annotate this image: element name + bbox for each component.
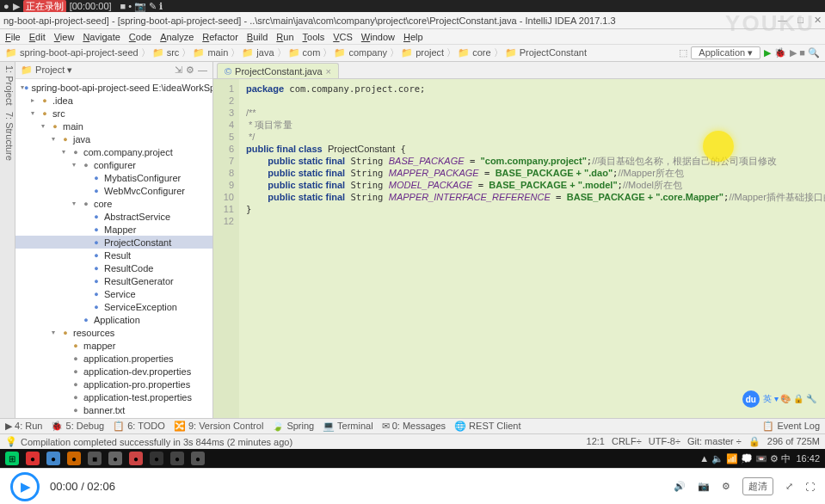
crumb[interactable]: 📁 ProjectConstant <box>505 46 589 59</box>
taskbar-app[interactable]: ● <box>67 452 81 465</box>
menu-help[interactable]: Help <box>403 32 423 42</box>
menu-window[interactable]: Window <box>361 32 395 42</box>
windows-taskbar: ⊞ ● ● ● ■ ● ● ● ● ● ▲ 🔈 📶 💭 📼 ⚙ 中 16:42 <box>0 449 825 468</box>
run-button[interactable]: ▶ <box>764 47 771 58</box>
tree-node[interactable]: ●Service <box>15 287 212 300</box>
tree-node[interactable]: ●java <box>15 132 212 145</box>
menu-build[interactable]: Build <box>247 32 268 42</box>
bottom-tool[interactable]: 🍃 Spring <box>272 421 314 432</box>
tree-node[interactable]: ●core <box>15 197 212 210</box>
baidu-icon: du <box>742 390 760 408</box>
menu-view[interactable]: View <box>54 32 75 42</box>
quality-button[interactable]: 超清 <box>742 477 773 495</box>
tree-node[interactable]: ●ResultGenerator <box>15 274 212 287</box>
menu-refactor[interactable]: Refactor <box>202 32 238 42</box>
menu-analyze[interactable]: Analyze <box>160 32 194 42</box>
expand-icon[interactable]: ⤢ <box>785 481 793 492</box>
tree-node[interactable]: ●resources <box>15 326 212 339</box>
taskbar-app[interactable]: ● <box>170 452 184 465</box>
taskbar-app[interactable]: ● <box>108 452 122 465</box>
git-branch[interactable]: Git: master ÷ <box>687 436 742 447</box>
taskbar-app[interactable]: ● <box>129 452 143 465</box>
crumb[interactable]: 📁 main <box>193 46 240 59</box>
crumb[interactable]: 📁 com <box>288 46 333 59</box>
debug-button[interactable]: 🐞 <box>774 47 786 58</box>
tree-node[interactable]: ●configurer <box>15 158 212 171</box>
menu-tools[interactable]: Tools <box>303 32 325 42</box>
menu-edit[interactable]: Edit <box>29 32 46 42</box>
bottom-tool[interactable]: 💻 Terminal <box>323 421 372 432</box>
taskbar-app[interactable]: ● <box>191 452 205 465</box>
tree-node[interactable]: ●AbstractService <box>15 210 212 223</box>
taskbar-app[interactable]: ⊞ <box>5 452 19 465</box>
project-tree[interactable]: ●spring-boot-api-project-seed E:\ideaWor… <box>15 79 212 418</box>
bottom-tool[interactable]: 📋 6: TODO <box>113 421 165 432</box>
crumb[interactable]: 📁 core <box>458 46 502 59</box>
crumb[interactable]: 📁 company <box>334 46 399 59</box>
code-editor[interactable]: 123456789101112 package com.company.proj… <box>213 79 825 418</box>
tree-node[interactable]: ●com.company.project <box>15 145 212 158</box>
tree-node[interactable]: ●Result <box>15 249 212 261</box>
tree-node[interactable]: ●mapper <box>15 339 212 352</box>
tree-node[interactable]: ●application.properties <box>15 352 212 365</box>
tree-node[interactable]: ●WebMvcConfigurer <box>15 184 212 197</box>
settings-icon[interactable]: ⚙ <box>186 65 194 76</box>
editor-tab[interactable]: © ProjectConstant.java × <box>217 63 339 78</box>
tree-node[interactable]: ●Mapper <box>15 223 212 236</box>
tree-node[interactable]: ●ProjectConstant <box>15 236 212 249</box>
tree-node[interactable]: ●.idea <box>15 94 212 107</box>
tree-node[interactable]: ●MybatisConfigurer <box>15 171 212 184</box>
tool-tab[interactable]: 1: Project <box>0 65 15 105</box>
taskbar-app[interactable]: ● <box>150 452 163 465</box>
left-tool-tabs[interactable]: 1: Project7: Structure <box>0 62 15 418</box>
crumb[interactable]: 📁 java <box>242 46 286 59</box>
window-title: ng-boot-api-project-seed] - [spring-boot… <box>3 15 616 26</box>
tree-node[interactable]: ●ResultCode <box>15 261 212 274</box>
tool-tab[interactable]: 7: Structure <box>0 112 15 161</box>
menu-vcs[interactable]: VCS <box>333 32 353 42</box>
tree-node[interactable]: ●banner.txt <box>15 403 212 416</box>
close-button[interactable]: ✕ <box>814 15 822 26</box>
code-content[interactable]: package com.company.project.core; /** * … <box>239 79 825 418</box>
taskbar-clock: 16:42 <box>796 453 820 464</box>
bottom-tool[interactable]: 🌐 REST Client <box>454 421 520 432</box>
line-sep[interactable]: CRLF÷ <box>612 436 642 447</box>
editor-area: © ProjectConstant.java × 123456789101112… <box>213 62 825 418</box>
fullscreen-icon[interactable]: ⛶ <box>805 482 815 492</box>
menu-file[interactable]: File <box>5 32 21 42</box>
tree-node[interactable]: ●main <box>15 120 212 132</box>
taskbar-app[interactable]: ■ <box>88 452 102 465</box>
menu-run[interactable]: Run <box>276 32 293 42</box>
crumb[interactable]: 📁 project <box>401 46 456 59</box>
encoding[interactable]: UTF-8÷ <box>649 436 680 447</box>
bottom-tool[interactable]: 🐞 5: Debug <box>51 421 104 432</box>
taskbar-app[interactable]: ● <box>46 452 60 465</box>
status-bar: 💡 Compilation completed successfully in … <box>0 433 825 449</box>
camera-icon[interactable]: 📷 <box>698 481 710 492</box>
crumb[interactable]: 📁 src <box>152 46 192 59</box>
project-panel: 📁 Project ▾ ⇲⚙— ●spring-boot-api-project… <box>15 62 213 418</box>
collapse-icon[interactable]: ⇲ <box>175 65 182 76</box>
speaker-icon[interactable]: 🔊 <box>674 481 686 492</box>
tree-node[interactable]: ●application-pro.properties <box>15 378 212 390</box>
crumb[interactable]: 📁 spring-boot-api-project-seed <box>5 46 151 59</box>
tree-node[interactable]: ●spring-boot-api-project-seed E:\ideaWor… <box>15 81 212 94</box>
event-log-button[interactable]: 📋 Event Log <box>762 421 820 432</box>
bottom-tool[interactable]: ▶ 4: Run <box>5 421 42 432</box>
menu-navigate[interactable]: Navigate <box>83 32 120 42</box>
settings-icon[interactable]: ⚙ <box>722 481 730 492</box>
bottom-tool[interactable]: 🔀 9: Version Control <box>174 421 264 432</box>
baidu-badge[interactable]: du 英 ▾ 🎨 🔒 🔧 <box>742 390 816 408</box>
close-tab-icon[interactable]: × <box>326 66 331 77</box>
tree-node[interactable]: ●application-test.properties <box>15 390 212 403</box>
tree-node[interactable]: ●src <box>15 107 212 120</box>
tree-node[interactable]: ●application-dev.properties <box>15 365 212 378</box>
taskbar-app[interactable]: ● <box>26 452 40 465</box>
play-button[interactable] <box>10 472 40 501</box>
bottom-tool[interactable]: ✉ 0: Messages <box>382 421 446 432</box>
menu-code[interactable]: Code <box>129 32 151 42</box>
hide-icon[interactable]: — <box>198 65 207 76</box>
tree-node[interactable]: ●Application <box>15 313 212 326</box>
tree-node[interactable]: ●ServiceException <box>15 300 212 313</box>
run-config-select[interactable]: Application ▾ <box>691 46 760 59</box>
